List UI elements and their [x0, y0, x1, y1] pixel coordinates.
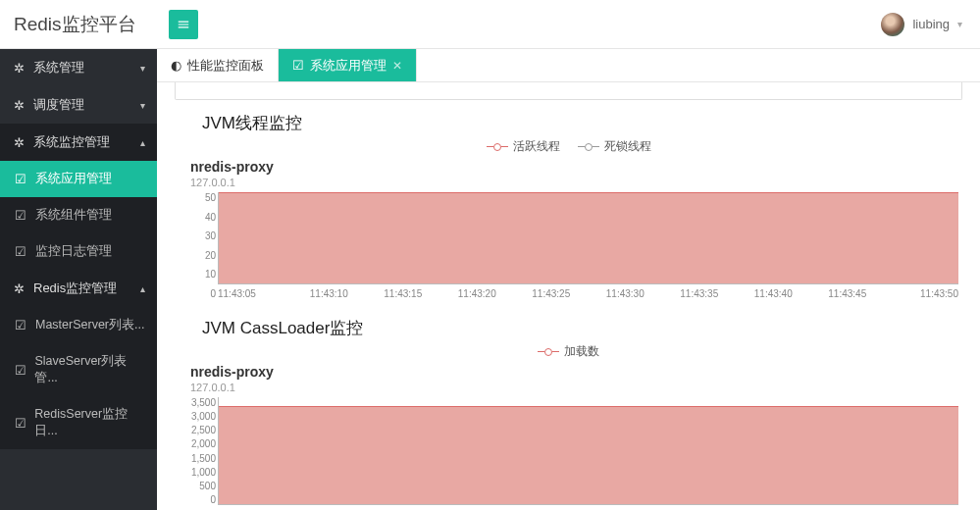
- chart-plot-area: [218, 192, 958, 284]
- sidebar-group-monitor[interactable]: ✲ 系统监控管理 ▴: [0, 124, 157, 161]
- sidebar-item-redisserver[interactable]: ☑ RedisServer监控日...: [0, 396, 157, 449]
- sidebar-item-label: MasterServer列表...: [35, 317, 144, 333]
- panel-bottom-edge: [175, 82, 962, 100]
- x-axis: 11:43:0511:43:1011:43:1511:43:2011:43:25…: [218, 284, 958, 299]
- sidebar-item-label: 系统组件管理: [35, 207, 112, 224]
- tab-label: 系统应用管理: [310, 57, 387, 75]
- sidebar-item-log-manage[interactable]: ☑ 监控日志管理: [0, 233, 157, 270]
- sidebar-item-component-manage[interactable]: ☑ 系统组件管理: [0, 197, 157, 233]
- chart-fill: [219, 192, 958, 283]
- chevron-up-icon: ▴: [140, 283, 145, 294]
- sidebar-group-system[interactable]: ✲ 系统管理 ▾: [0, 49, 157, 86]
- chart-series-title: nredis-proxy: [190, 159, 962, 175]
- gear-icon: ✲: [12, 135, 26, 150]
- gear-icon: ✲: [12, 281, 26, 296]
- chevron-down-icon: ▾: [140, 100, 145, 111]
- close-icon[interactable]: ✕: [392, 59, 402, 73]
- y-axis: 3,5003,0002,5002,0001,5001,0005000: [190, 397, 216, 505]
- app-title: Redis监控平台: [0, 12, 157, 37]
- chart-legend: 活跃线程 死锁线程: [175, 138, 962, 155]
- header: Redis监控平台 liubing ▾: [0, 0, 980, 49]
- sidebar-label: 系统管理: [33, 59, 84, 76]
- tab-app-manage[interactable]: ☑ 系统应用管理 ✕: [279, 49, 417, 81]
- chart-legend: 加载数: [175, 343, 962, 360]
- hamburger-icon: [177, 18, 190, 31]
- gear-icon: ✲: [12, 61, 26, 76]
- user-name: liubing: [912, 17, 950, 31]
- header-user[interactable]: liubing ▾: [881, 13, 980, 36]
- avatar: [881, 13, 904, 36]
- sidebar-item-label: 监控日志管理: [35, 243, 112, 260]
- check-icon: ☑: [14, 416, 26, 431]
- chevron-up-icon: ▴: [140, 137, 145, 148]
- legend-item-deadlock: 死锁线程: [578, 138, 651, 155]
- chart-section-title: JVM线程监控: [202, 112, 962, 134]
- chart-thread: 50403020100 11:43:0511:43:1011:43:1511:4…: [190, 192, 958, 299]
- sidebar-label: 系统监控管理: [33, 133, 110, 151]
- chevron-down-icon: ▾: [957, 19, 962, 29]
- check-icon: ☑: [14, 208, 27, 223]
- tab-dashboard[interactable]: ◐ 性能监控面板: [157, 49, 279, 81]
- sidebar-item-label: SlaveServer列表管...: [34, 353, 145, 386]
- check-icon: ☑: [14, 244, 27, 259]
- content-scroll[interactable]: JVM线程监控 活跃线程 死锁线程 nredis-proxy 127.0.0.1…: [157, 82, 980, 510]
- sidebar-item-slave[interactable]: ☑ SlaveServer列表管...: [0, 343, 157, 396]
- check-icon: ☑: [14, 363, 26, 378]
- gear-icon: ✲: [12, 98, 26, 113]
- chart-series-title: nredis-proxy: [190, 364, 962, 380]
- sidebar-group-redis[interactable]: ✲ Redis监控管理 ▴: [0, 270, 157, 307]
- chart-plot-area: [218, 397, 958, 505]
- tab-label: 性能监控面板: [187, 57, 264, 75]
- sidebar: ✲ 系统管理 ▾ ✲ 调度管理 ▾ ✲ 系统监控管理 ▴ ☑ 系统应用管理 ☑ …: [0, 49, 157, 510]
- sidebar-label: Redis监控管理: [33, 280, 117, 297]
- content: ◐ 性能监控面板 ☑ 系统应用管理 ✕ JVM线程监控 活跃线程 死锁线程 nr…: [157, 49, 980, 510]
- chart-fill: [219, 406, 958, 504]
- sidebar-group-schedule[interactable]: ✲ 调度管理 ▾: [0, 86, 157, 124]
- chevron-down-icon: ▾: [140, 63, 145, 74]
- sidebar-item-master[interactable]: ☑ MasterServer列表...: [0, 307, 157, 343]
- sidebar-item-app-manage[interactable]: ☑ 系统应用管理: [0, 161, 157, 197]
- chart-section-title: JVM CassLoader监控: [202, 317, 962, 339]
- chart-classloader: 3,5003,0002,5002,0001,5001,0005000: [190, 397, 958, 505]
- tab-bar: ◐ 性能监控面板 ☑ 系统应用管理 ✕: [157, 49, 980, 82]
- legend-item-loaded: 加载数: [538, 343, 599, 360]
- check-icon: ☑: [292, 58, 304, 73]
- chart-host: 127.0.0.1: [190, 177, 962, 188]
- legend-item-active: 活跃线程: [487, 138, 560, 155]
- sidebar-item-label: RedisServer监控日...: [34, 406, 145, 439]
- dashboard-icon: ◐: [171, 58, 181, 73]
- sidebar-label: 调度管理: [33, 96, 84, 114]
- check-icon: ☑: [14, 318, 27, 332]
- chart-host: 127.0.0.1: [190, 382, 962, 393]
- check-icon: ☑: [14, 172, 27, 186]
- menu-toggle-button[interactable]: [169, 10, 198, 39]
- sidebar-item-label: 系统应用管理: [35, 171, 112, 187]
- y-axis: 50403020100: [190, 192, 216, 299]
